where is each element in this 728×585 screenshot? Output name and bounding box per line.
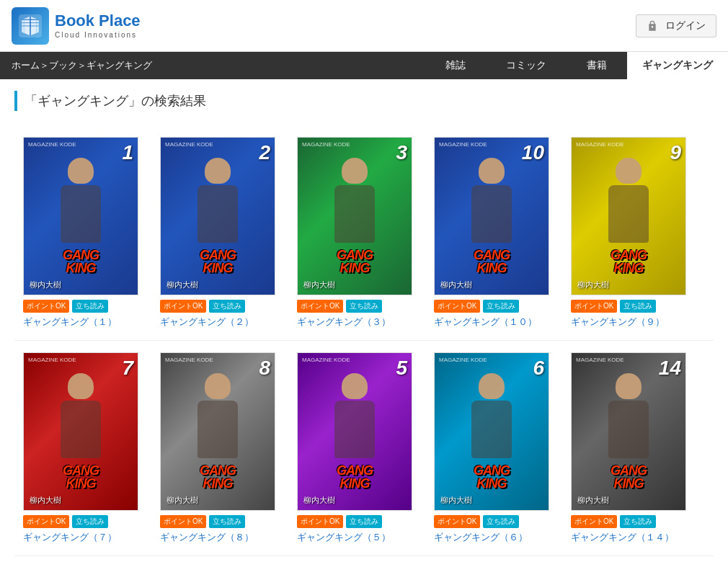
logo-text-block: Book Place Cloud Innovations	[55, 12, 141, 39]
cover-author: 柳内大樹	[440, 280, 472, 290]
book-cover: MAGAZINE KODE 6 GANG KING 柳内大樹	[434, 352, 549, 511]
book-title: ギャングキング（６）	[434, 531, 554, 544]
cover-volume-number: 10	[522, 141, 544, 164]
book-badges: ポイントOK 立ち読み	[434, 300, 554, 313]
book-title: ギャングキング（１０）	[434, 316, 554, 329]
badge-point-ok: ポイントOK	[434, 515, 480, 528]
cover-author: 柳内大樹	[30, 495, 61, 506]
book-item[interactable]: MAGAZINE KODE 1 GANG KING 柳内大樹 ポイントOK 立ち…	[14, 137, 151, 329]
logo-sub: Cloud Innovations	[55, 31, 141, 39]
book-title: ギャングキング（２）	[160, 316, 280, 329]
page-content: 「ギャングキング」の検索結果 MAGAZINE KODE 1 GANG KING…	[0, 79, 728, 568]
cover-magazine-label: MAGAZINE KODE	[439, 357, 487, 363]
badge-point-ok: ポイントOK	[434, 300, 480, 313]
logo-icon	[12, 7, 49, 45]
cover-magazine-label: MAGAZINE KODE	[302, 141, 350, 148]
cover-magazine-label: MAGAZINE KODE	[576, 357, 624, 363]
cover-magazine-label: MAGAZINE KODE	[302, 357, 350, 363]
book-badges: ポイントOK 立ち読み	[571, 515, 691, 528]
book-item[interactable]: MAGAZINE KODE 9 GANG KING 柳内大樹 ポイントOK 立ち…	[562, 137, 699, 329]
book-badges: ポイントOK 立ち読み	[571, 300, 691, 313]
logo-area: Book Place Cloud Innovations	[12, 7, 141, 45]
badge-trial-read: 立ち読み	[483, 515, 519, 528]
badge-point-ok: ポイントOK	[23, 515, 69, 528]
search-heading-text: 「ギャングキング」の検索結果	[25, 92, 206, 110]
book-row-1: MAGAZINE KODE 1 GANG KING 柳内大樹 ポイントOK 立ち…	[14, 125, 714, 341]
header: Book Place Cloud Innovations ログイン	[0, 0, 728, 52]
book-item[interactable]: MAGAZINE KODE 6 GANG KING 柳内大樹 ポイントOK 立ち…	[425, 352, 562, 544]
badge-trial-read: 立ち読み	[209, 300, 245, 313]
book-item[interactable]: MAGAZINE KODE 10 GANG KING 柳内大樹 ポイントOK 立…	[425, 137, 562, 329]
search-tag: ギャングキング	[627, 52, 728, 79]
cover-volume-number: 6	[533, 357, 544, 380]
cover-author: 柳内大樹	[303, 280, 335, 290]
cover-author: 柳内大樹	[440, 495, 472, 506]
book-title: ギャングキング（９）	[571, 316, 691, 329]
book-item[interactable]: MAGAZINE KODE 8 GANG KING 柳内大樹 ポイントOK 立ち…	[151, 352, 288, 544]
nav-link-magazine[interactable]: 雑誌	[425, 52, 486, 79]
cover-magazine-label: MAGAZINE KODE	[28, 141, 76, 148]
book-cover: MAGAZINE KODE 3 GANG KING 柳内大樹	[297, 137, 412, 295]
badge-trial-read: 立ち読み	[483, 300, 519, 313]
book-cover: MAGAZINE KODE 14 GANG KING 柳内大樹	[571, 352, 686, 511]
book-badges: ポイントOK 立ち読み	[160, 515, 280, 528]
cover-author: 柳内大樹	[577, 495, 609, 506]
book-cover: MAGAZINE KODE 8 GANG KING 柳内大樹	[160, 352, 275, 511]
cover-volume-number: 1	[122, 141, 133, 164]
book-cover: MAGAZINE KODE 2 GANG KING 柳内大樹	[160, 137, 275, 295]
book-item[interactable]: MAGAZINE KODE 3 GANG KING 柳内大樹 ポイントOK 立ち…	[288, 137, 425, 329]
book-item[interactable]: MAGAZINE KODE 5 GANG KING 柳内大樹 ポイントOK 立ち…	[288, 352, 425, 544]
badge-point-ok: ポイントOK	[160, 515, 206, 528]
nav-link-comic[interactable]: コミック	[486, 52, 567, 79]
cover-author: 柳内大樹	[167, 495, 198, 506]
cover-magazine-label: MAGAZINE KODE	[439, 141, 487, 148]
book-title: ギャングキング（５）	[297, 531, 417, 544]
book-badges: ポイントOK 立ち読み	[23, 300, 143, 313]
book-item[interactable]: MAGAZINE KODE 2 GANG KING 柳内大樹 ポイントOK 立ち…	[151, 137, 288, 329]
badge-trial-read: 立ち読み	[72, 300, 108, 313]
book-title: ギャングキング（１４）	[571, 531, 691, 544]
book-badges: ポイントOK 立ち読み	[297, 300, 417, 313]
breadcrumb: ホーム＞ブック＞ギャングキング	[0, 59, 425, 72]
logo-title: Book Place	[55, 12, 141, 30]
cover-author: 柳内大樹	[303, 495, 335, 506]
login-button[interactable]: ログイン	[636, 14, 716, 37]
search-heading-bar	[14, 91, 17, 111]
cover-author: 柳内大樹	[30, 280, 61, 290]
cover-volume-number: 2	[259, 141, 270, 164]
search-heading: 「ギャングキング」の検索結果	[14, 91, 714, 111]
logo-box: Book Place Cloud Innovations	[12, 7, 141, 45]
book-cover: MAGAZINE KODE 5 GANG KING 柳内大樹	[297, 352, 412, 511]
nav-link-books[interactable]: 書籍	[567, 52, 627, 79]
badge-point-ok: ポイントOK	[297, 300, 343, 313]
book-badges: ポイントOK 立ち読み	[23, 515, 143, 528]
book-title: ギャングキング（７）	[23, 531, 143, 544]
badge-trial-read: 立ち読み	[620, 300, 656, 313]
badge-trial-read: 立ち読み	[72, 515, 108, 528]
book-item[interactable]: MAGAZINE KODE 14 GANG KING 柳内大樹 ポイントOK 立…	[562, 352, 699, 544]
book-badges: ポイントOK 立ち読み	[297, 515, 417, 528]
navigation: ホーム＞ブック＞ギャングキング 雑誌 コミック 書籍 ギャングキング	[0, 52, 728, 79]
book-item[interactable]: MAGAZINE KODE 7 GANG KING 柳内大樹 ポイントOK 立ち…	[14, 352, 151, 544]
book-cover: MAGAZINE KODE 1 GANG KING 柳内大樹	[23, 137, 138, 295]
badge-point-ok: ポイントOK	[571, 300, 617, 313]
book-cover: MAGAZINE KODE 7 GANG KING 柳内大樹	[23, 352, 138, 511]
book-title: ギャングキング（３）	[297, 316, 417, 329]
cover-volume-number: 8	[259, 357, 270, 380]
login-label: ログイン	[665, 19, 706, 32]
cover-volume-number: 3	[396, 141, 407, 164]
badge-trial-read: 立ち読み	[209, 515, 245, 528]
book-cover: MAGAZINE KODE 9 GANG KING 柳内大樹	[571, 137, 686, 295]
book-row-2: MAGAZINE KODE 7 GANG KING 柳内大樹 ポイントOK 立ち…	[14, 341, 714, 556]
cover-author: 柳内大樹	[577, 280, 609, 290]
badge-trial-read: 立ち読み	[346, 515, 382, 528]
cover-volume-number: 9	[670, 141, 681, 164]
cover-magazine-label: MAGAZINE KODE	[576, 141, 624, 148]
cover-volume-number: 7	[122, 357, 133, 380]
book-title: ギャングキング（８）	[160, 531, 280, 544]
badge-point-ok: ポイントOK	[160, 300, 206, 313]
cover-author: 柳内大樹	[167, 280, 198, 290]
cover-volume-number: 5	[396, 357, 407, 380]
badge-point-ok: ポイントOK	[297, 515, 343, 528]
cover-magazine-label: MAGAZINE KODE	[165, 357, 213, 363]
